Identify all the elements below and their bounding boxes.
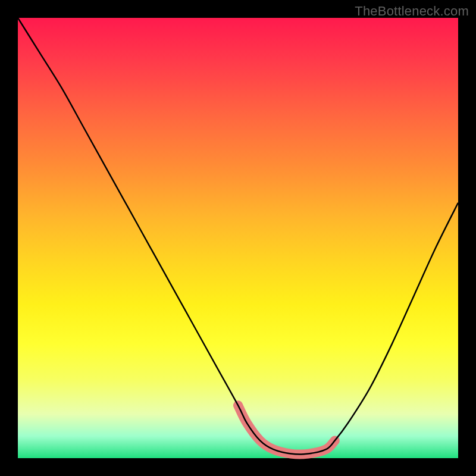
- chart-curve: [18, 18, 458, 455]
- chart-frame: TheBottleneck.com: [0, 0, 476, 476]
- chart-plot-area: [18, 18, 458, 458]
- watermark-label: TheBottleneck.com: [355, 4, 469, 19]
- chart-svg: [18, 18, 458, 458]
- chart-highlight-segment: [238, 405, 335, 454]
